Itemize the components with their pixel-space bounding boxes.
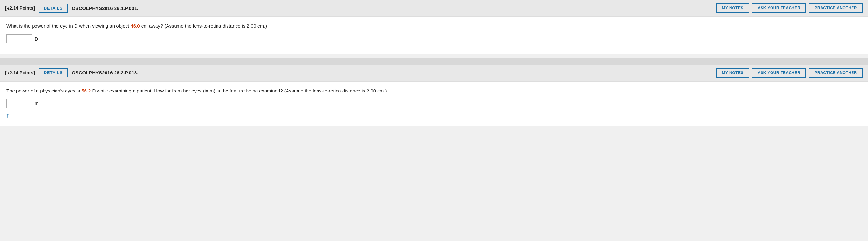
question-body-2: The power of a physician's eyes is 56.2 … [0,81,868,126]
highlight-value-1: 46.0 [130,23,140,29]
question-header-2: [-/2.14 Points] DETAILS OSCOLPHYS2016 26… [0,65,868,81]
question-block-1: [-/2.14 Points] DETAILS OSCOLPHYS2016 26… [0,0,868,55]
points-label-2: [-/2.14 Points] [5,70,35,75]
answer-row-1: D [6,34,862,43]
question-text-1: What is the power of the eye in D when v… [6,23,862,30]
practice-another-button-1[interactable]: PRACTICE ANOTHER [809,3,863,13]
section-divider [0,58,868,65]
question-text-before-2: The power of a physician's eyes is [6,88,81,94]
ask-teacher-button-1[interactable]: ASK YOUR TEACHER [752,3,806,13]
problem-id-1: OSCOLPHYS2016 26.1.P.001. [72,5,712,11]
question-text-after-1: cm away? (Assume the lens-to-retina dist… [140,23,267,29]
header-buttons-2: MY NOTES ASK YOUR TEACHER PRACTICE ANOTH… [716,68,863,78]
footnote-link-2[interactable]: † [6,113,9,118]
highlight-value-2: 56.2 [81,88,91,94]
question-text-2: The power of a physician's eyes is 56.2 … [6,87,862,95]
practice-another-button-2[interactable]: PRACTICE ANOTHER [809,68,863,78]
question-text-after-2: D while examining a patient. How far fro… [91,88,386,94]
unit-label-1: D [35,36,38,41]
my-notes-button-1[interactable]: MY NOTES [716,3,749,13]
details-button-1[interactable]: DETAILS [39,4,68,13]
answer-row-2: m [6,99,862,108]
unit-label-2: m [35,101,39,106]
problem-id-2: OSCOLPHYS2016 26.2.P.013. [72,70,712,75]
question-header-1: [-/2.14 Points] DETAILS OSCOLPHYS2016 26… [0,0,868,16]
ask-teacher-button-2[interactable]: ASK YOUR TEACHER [752,68,806,78]
answer-input-2[interactable] [6,99,32,108]
question-block-2: [-/2.14 Points] DETAILS OSCOLPHYS2016 26… [0,65,868,126]
answer-input-1[interactable] [6,34,32,43]
points-label-1: [-/2.14 Points] [5,5,35,11]
question-text-before-1: What is the power of the eye in D when v… [6,23,130,29]
question-body-1: What is the power of the eye in D when v… [0,16,868,55]
header-buttons-1: MY NOTES ASK YOUR TEACHER PRACTICE ANOTH… [716,3,863,13]
details-button-2[interactable]: DETAILS [39,68,68,77]
my-notes-button-2[interactable]: MY NOTES [716,68,749,78]
